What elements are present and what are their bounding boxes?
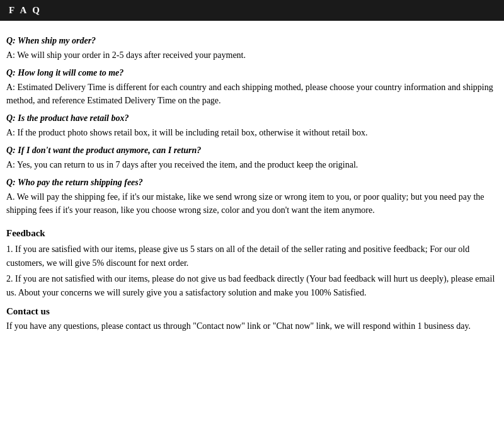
faq-item-1: Q: When ship my order? A: We will ship y… (6, 36, 498, 62)
faq-answer-5: A. We will pay the shipping fee, if it's… (6, 190, 498, 217)
faq-answer-3: A: If the product photo shows retail box… (6, 126, 498, 139)
faq-question-2: Q: How long it will come to me? (6, 68, 498, 78)
content-area: Q: When ship my order? A: We will ship y… (0, 27, 504, 335)
faq-answer-2: A: Estimated Delivery Time is different … (6, 81, 498, 107)
faq-list: Q: When ship my order? A: We will ship y… (6, 36, 498, 217)
faq-item-5: Q: Who pay the return shipping fees? A. … (6, 178, 498, 217)
contact-title: Contact us (6, 306, 498, 317)
faq-answer-4: A: Yes, you can return to us in 7 days a… (6, 158, 498, 171)
faq-item-2: Q: How long it will come to me? A: Estim… (6, 68, 498, 107)
faq-question-1: Q: When ship my order? (6, 36, 498, 46)
faq-question-5: Q: Who pay the return shipping fees? (6, 178, 498, 188)
faq-item-3: Q: Is the product have retail box? A: If… (6, 113, 498, 139)
faq-item-4: Q: If I don't want the product anymore, … (6, 146, 498, 171)
feedback-item-2: 2. If you are not satisfied with our ite… (6, 272, 498, 299)
faq-question-3: Q: Is the product have retail box? (6, 113, 498, 123)
faq-question-4: Q: If I don't want the product anymore, … (6, 146, 498, 156)
faq-answer-1: A: We will ship your order in 2-5 days a… (6, 49, 498, 62)
feedback-item-1: 1. If you are satisfied with our items, … (6, 243, 498, 270)
faq-header: F A Q (0, 0, 504, 21)
feedback-title: Feedback (6, 228, 498, 239)
contact-section: Contact us If you have any questions, pl… (6, 306, 498, 333)
feedback-section: Feedback 1. If you are satisfied with ou… (6, 228, 498, 300)
contact-text: If you have any questions, please contac… (6, 319, 498, 333)
